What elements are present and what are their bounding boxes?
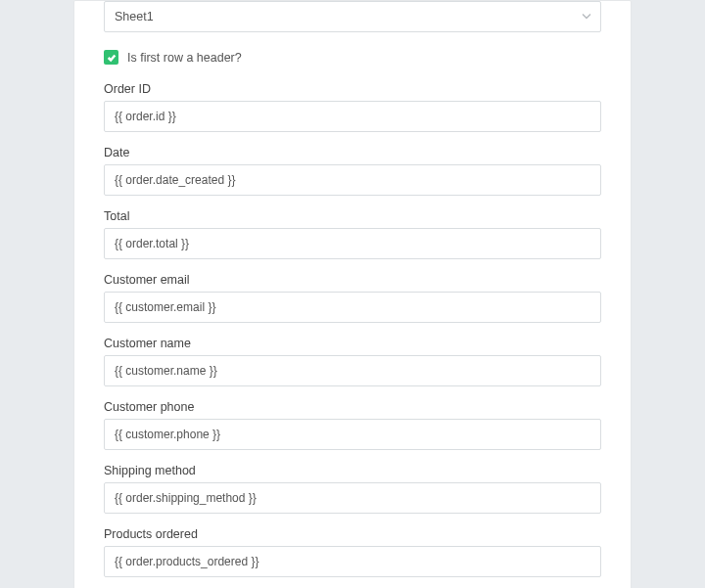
field-products-ordered: Products ordered xyxy=(104,527,601,577)
field-order-id: Order ID xyxy=(104,82,601,132)
customer-email-input[interactable] xyxy=(104,292,601,323)
field-customer-email: Customer email xyxy=(104,273,601,323)
total-input[interactable] xyxy=(104,228,601,259)
date-input[interactable] xyxy=(104,164,601,196)
sheet-select[interactable]: Sheet1 xyxy=(104,1,601,32)
sheet-select-wrap: Sheet1 xyxy=(104,1,601,32)
field-customer-name: Customer name xyxy=(104,337,601,386)
field-label: Customer email xyxy=(104,273,601,287)
order-id-input[interactable] xyxy=(104,101,601,132)
field-label: Date xyxy=(104,146,601,159)
field-label: Total xyxy=(104,209,601,223)
field-date: Date xyxy=(104,146,601,196)
field-customer-phone: Customer phone xyxy=(104,400,601,450)
header-row-checkbox-label: Is first row a header? xyxy=(127,51,242,65)
field-label: Customer name xyxy=(104,337,601,350)
header-row-checkbox-row: Is first row a header? xyxy=(104,50,601,65)
customer-phone-input[interactable] xyxy=(104,419,601,450)
shipping-method-input[interactable] xyxy=(104,482,601,514)
products-ordered-input[interactable] xyxy=(104,546,601,577)
customer-name-input[interactable] xyxy=(104,355,601,386)
mapping-card: Sheet1 Is first row a header? Order ID D… xyxy=(73,0,632,588)
field-shipping-method: Shipping method xyxy=(104,464,601,514)
header-row-checkbox[interactable] xyxy=(104,50,118,65)
field-label: Customer phone xyxy=(104,400,601,414)
check-icon xyxy=(107,53,117,63)
field-label: Order ID xyxy=(104,82,601,96)
field-total: Total xyxy=(104,209,601,259)
field-label: Products ordered xyxy=(104,527,601,541)
field-label: Shipping method xyxy=(104,464,601,477)
